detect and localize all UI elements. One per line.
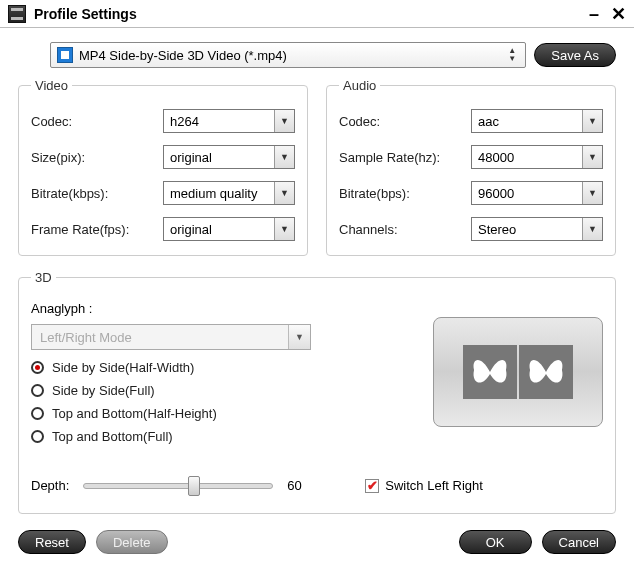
audio-channels-value: Stereo [478, 222, 516, 237]
chevron-down-icon: ▼ [582, 146, 602, 168]
ok-button[interactable]: OK [459, 530, 532, 554]
radio-icon [31, 407, 44, 420]
title-bar: Profile Settings – ✕ [0, 0, 634, 28]
chevron-down-icon: ▼ [274, 218, 294, 240]
video-framerate-value: original [170, 222, 212, 237]
profile-select-value: MP4 Side-by-Side 3D Video (*.mp4) [79, 48, 287, 63]
threeD-preview [433, 317, 603, 427]
threeD-mode-radiogroup: Side by Side(Half-Width) Side by Side(Fu… [31, 360, 393, 444]
anaglyph-value: Left/Right Mode [40, 330, 132, 345]
video-codec-value: h264 [170, 114, 199, 129]
threeD-legend: 3D [31, 270, 56, 285]
threeD-mode-option-3[interactable]: Top and Bottom(Full) [31, 429, 393, 444]
threeD-mode-label: Top and Bottom(Full) [52, 429, 173, 444]
radio-icon [31, 430, 44, 443]
reset-button[interactable]: Reset [18, 530, 86, 554]
chevron-down-icon: ▼ [288, 325, 310, 349]
switch-left-right-checkbox[interactable]: ✔ Switch Left Right [365, 478, 483, 493]
radio-icon [31, 384, 44, 397]
threeD-mode-label: Side by Side(Full) [52, 383, 155, 398]
video-bitrate-select[interactable]: medium quality ▼ [163, 181, 295, 205]
close-button[interactable]: ✕ [611, 5, 626, 23]
threeD-mode-option-0[interactable]: Side by Side(Half-Width) [31, 360, 393, 375]
audio-samplerate-value: 48000 [478, 150, 514, 165]
audio-samplerate-select[interactable]: 48000 ▼ [471, 145, 603, 169]
audio-channels-label: Channels: [339, 222, 471, 237]
chevron-down-icon: ▼ [274, 146, 294, 168]
app-icon [8, 5, 26, 23]
depth-label: Depth: [31, 478, 69, 493]
chevron-down-icon: ▼ [274, 110, 294, 132]
video-size-select[interactable]: original ▼ [163, 145, 295, 169]
window-title: Profile Settings [34, 6, 137, 22]
audio-bitrate-value: 96000 [478, 186, 514, 201]
chevron-down-icon: ▼ [274, 182, 294, 204]
chevron-down-icon: ▼ [582, 218, 602, 240]
video-bitrate-value: medium quality [170, 186, 257, 201]
video-framerate-select[interactable]: original ▼ [163, 217, 295, 241]
audio-group: Audio Codec: aac ▼ Sample Rate(hz): 4800… [326, 78, 616, 256]
audio-bitrate-label: Bitrate(bps): [339, 186, 471, 201]
chevron-down-icon: ▼ [582, 182, 602, 204]
video-codec-select[interactable]: h264 ▼ [163, 109, 295, 133]
cancel-button[interactable]: Cancel [542, 530, 616, 554]
audio-samplerate-label: Sample Rate(hz): [339, 150, 471, 165]
audio-bitrate-select[interactable]: 96000 ▼ [471, 181, 603, 205]
threeD-group: 3D Anaglyph : Left/Right Mode ▼ Side by … [18, 270, 616, 514]
video-framerate-label: Frame Rate(fps): [31, 222, 163, 237]
profile-spin-icon: ▲▼ [505, 43, 519, 67]
depth-value: 60 [287, 478, 317, 493]
reset-label: Reset [35, 535, 69, 550]
depth-slider[interactable] [83, 483, 273, 489]
video-size-label: Size(pix): [31, 150, 163, 165]
video-codec-label: Codec: [31, 114, 163, 129]
video-group: Video Codec: h264 ▼ Size(pix): original … [18, 78, 308, 256]
audio-channels-select[interactable]: Stereo ▼ [471, 217, 603, 241]
mp4-icon [57, 47, 73, 63]
video-size-value: original [170, 150, 212, 165]
radio-icon [31, 361, 44, 374]
threeD-mode-option-2[interactable]: Top and Bottom(Half-Height) [31, 406, 393, 421]
delete-label: Delete [113, 535, 151, 550]
minimize-button[interactable]: – [589, 5, 599, 23]
chevron-down-icon: ▼ [582, 110, 602, 132]
slider-thumb[interactable] [188, 476, 200, 496]
anaglyph-label: Anaglyph : [31, 301, 393, 316]
threeD-mode-option-1[interactable]: Side by Side(Full) [31, 383, 393, 398]
profile-select[interactable]: MP4 Side-by-Side 3D Video (*.mp4) ▲▼ [50, 42, 526, 68]
save-as-button[interactable]: Save As [534, 43, 616, 67]
video-legend: Video [31, 78, 72, 93]
video-bitrate-label: Bitrate(kbps): [31, 186, 163, 201]
audio-legend: Audio [339, 78, 380, 93]
threeD-mode-label: Top and Bottom(Half-Height) [52, 406, 217, 421]
audio-codec-label: Codec: [339, 114, 471, 129]
delete-button[interactable]: Delete [96, 530, 168, 554]
audio-codec-select[interactable]: aac ▼ [471, 109, 603, 133]
checkbox-icon: ✔ [365, 479, 379, 493]
threeD-mode-label: Side by Side(Half-Width) [52, 360, 194, 375]
switch-label: Switch Left Right [385, 478, 483, 493]
anaglyph-select[interactable]: Left/Right Mode ▼ [31, 324, 311, 350]
save-as-label: Save As [551, 48, 599, 63]
cancel-label: Cancel [559, 535, 599, 550]
audio-codec-value: aac [478, 114, 499, 129]
ok-label: OK [486, 535, 505, 550]
butterfly-left-icon [463, 345, 517, 399]
butterfly-right-icon [519, 345, 573, 399]
